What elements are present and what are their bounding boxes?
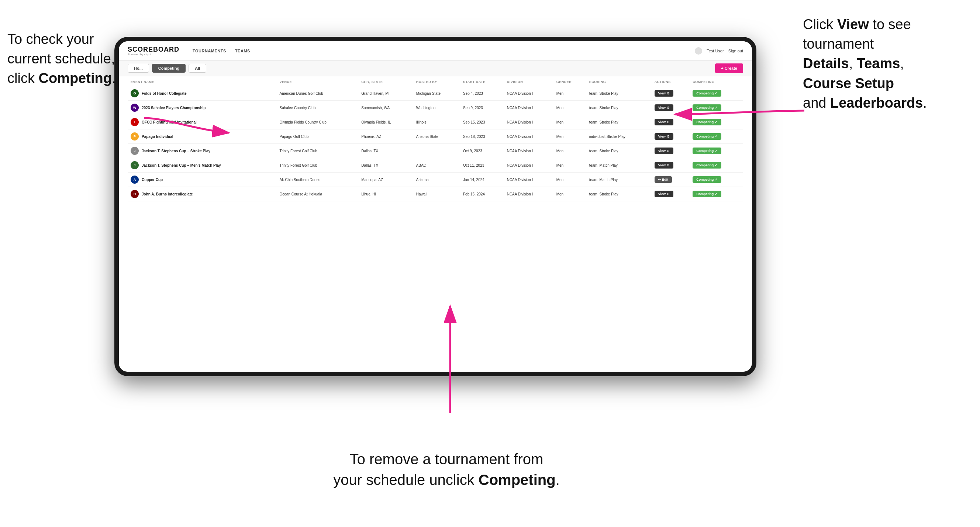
division-cell: NCAA Division I <box>504 101 554 115</box>
edit-button[interactable]: ✏ Edit <box>655 176 672 183</box>
event-name-cell: IOFCC Fighting Illini Invitational <box>128 115 276 129</box>
table-row: IOFCC Fighting Illini InvitationalOlympi… <box>128 115 743 129</box>
venue-cell: Trinity Forest Golf Club <box>276 158 358 173</box>
competing-cell: Competing ✓ <box>690 158 743 173</box>
competing-button[interactable]: Competing ✓ <box>692 90 721 97</box>
actions-cell: View ⊙ <box>652 101 690 115</box>
hosted-by-cell: Arizona <box>413 173 460 187</box>
hosted-by-cell: Hawaii <box>413 187 460 202</box>
competing-button[interactable]: Competing ✓ <box>692 104 721 111</box>
start-date-cell: Sep 4, 2023 <box>460 86 504 101</box>
col-actions: ACTIONS <box>652 76 690 86</box>
competing-button[interactable]: Competing ✓ <box>692 190 721 197</box>
event-name-cell: W2023 Sahalee Players Championship <box>128 101 276 115</box>
view-button[interactable]: View ⊙ <box>655 148 673 154</box>
create-button[interactable]: + Create <box>715 63 743 73</box>
nav-user-area: Test User Sign out <box>695 47 743 55</box>
division-cell: NCAA Division I <box>504 86 554 101</box>
scoring-cell: team, Stroke Play <box>586 144 652 158</box>
col-event-name: EVENT NAME <box>128 76 276 86</box>
city-cell: Lihue, HI <box>358 187 413 202</box>
col-city-state: CITY, STATE <box>358 76 413 86</box>
tab-all[interactable]: All <box>189 64 206 73</box>
scoring-cell: team, Match Play <box>586 173 652 187</box>
competing-cell: Competing ✓ <box>690 129 743 144</box>
event-name: John A. Burns Intercollegiate <box>142 192 193 196</box>
event-name-cell: JJackson T. Stephens Cup – Men's Match P… <box>128 158 276 173</box>
annotation-top-right: Click View to see tournament Details, Te… <box>803 15 973 113</box>
start-date-cell: Oct 9, 2023 <box>460 144 504 158</box>
event-name-cell: ACopper Cup <box>128 173 276 187</box>
division-cell: NCAA Division I <box>504 144 554 158</box>
annotation-top-left: To check your current schedule, click Co… <box>7 30 148 89</box>
user-icon <box>695 47 702 55</box>
gender-cell: Men <box>554 144 586 158</box>
event-name: Jackson T. Stephens Cup – Men's Match Pl… <box>142 163 221 167</box>
scoring-cell: team, Stroke Play <box>586 101 652 115</box>
team-logo: P <box>130 132 139 141</box>
sign-out-link[interactable]: Sign out <box>729 49 743 53</box>
competing-cell: Competing ✓ <box>690 144 743 158</box>
toolbar: Ho... Competing All + Create <box>119 60 752 76</box>
venue-cell: Ak-Chin Southern Dunes <box>276 173 358 187</box>
hosted-by-cell: Washington <box>413 101 460 115</box>
col-gender: GENDER <box>554 76 586 86</box>
view-button[interactable]: View ⊙ <box>655 190 673 197</box>
col-venue: VENUE <box>276 76 358 86</box>
hosted-by-cell: Illinois <box>413 115 460 129</box>
team-logo: H <box>130 190 139 198</box>
competing-button[interactable]: Competing ✓ <box>692 176 721 183</box>
user-label: Test User <box>706 49 724 53</box>
competing-button[interactable]: Competing ✓ <box>692 148 721 154</box>
view-button[interactable]: View ⊙ <box>655 104 673 111</box>
start-date-cell: Feb 15, 2024 <box>460 187 504 202</box>
competing-button[interactable]: Competing ✓ <box>692 119 721 125</box>
division-cell: NCAA Division I <box>504 115 554 129</box>
table-row: JJackson T. Stephens Cup – Stroke PlayTr… <box>128 144 743 158</box>
start-date-cell: Jan 14, 2024 <box>460 173 504 187</box>
team-logo: G <box>130 89 139 97</box>
annotation-bottom: To remove a tournament from your schedul… <box>302 449 590 490</box>
gender-cell: Men <box>554 187 586 202</box>
view-button[interactable]: View ⊙ <box>655 119 673 125</box>
navbar: SCOREBOARD Powered by clippi TOURNAMENTS… <box>119 41 752 60</box>
actions-cell: View ⊙ <box>652 158 690 173</box>
division-cell: NCAA Division I <box>504 187 554 202</box>
view-button[interactable]: View ⊙ <box>655 90 673 97</box>
view-button[interactable]: View ⊙ <box>655 133 673 140</box>
city-cell: Phoenix, AZ <box>358 129 413 144</box>
start-date-cell: Sep 15, 2023 <box>460 115 504 129</box>
venue-cell: American Dunes Golf Club <box>276 86 358 101</box>
tablet-screen: SCOREBOARD Powered by clippi TOURNAMENTS… <box>119 41 752 372</box>
start-date-cell: Sep 9, 2023 <box>460 101 504 115</box>
competing-cell: Competing ✓ <box>690 101 743 115</box>
tournaments-table: EVENT NAME VENUE CITY, STATE HOSTED BY S… <box>128 76 743 202</box>
col-hosted-by: HOSTED BY <box>413 76 460 86</box>
competing-cell: Competing ✓ <box>690 86 743 101</box>
competing-button[interactable]: Competing ✓ <box>692 162 721 168</box>
venue-cell: Sahalee Country Club <box>276 101 358 115</box>
event-name: OFCC Fighting Illini Invitational <box>142 120 197 124</box>
nav-tournaments[interactable]: TOURNAMENTS <box>192 49 226 53</box>
venue-cell: Papago Golf Club <box>276 129 358 144</box>
col-division: DIVISION <box>504 76 554 86</box>
scoring-cell: team, Stroke Play <box>586 187 652 202</box>
nav-teams[interactable]: TEAMS <box>235 49 250 53</box>
table-row: JJackson T. Stephens Cup – Men's Match P… <box>128 158 743 173</box>
venue-cell: Olympia Fields Country Club <box>276 115 358 129</box>
table-row: W2023 Sahalee Players ChampionshipSahale… <box>128 101 743 115</box>
gender-cell: Men <box>554 101 586 115</box>
table-row: GFolds of Honor CollegiateAmerican Dunes… <box>128 86 743 101</box>
start-date-cell: Sep 18, 2023 <box>460 129 504 144</box>
view-button[interactable]: View ⊙ <box>655 162 673 168</box>
event-name: 2023 Sahalee Players Championship <box>142 106 205 110</box>
gender-cell: Men <box>554 129 586 144</box>
competing-button[interactable]: Competing ✓ <box>692 133 721 140</box>
actions-cell: View ⊙ <box>652 144 690 158</box>
event-name-cell: GFolds of Honor Collegiate <box>128 86 276 101</box>
start-date-cell: Oct 11, 2023 <box>460 158 504 173</box>
col-competing: COMPETING <box>690 76 743 86</box>
table-row: HJohn A. Burns IntercollegiateOcean Cour… <box>128 187 743 202</box>
tab-competing[interactable]: Competing <box>152 64 186 73</box>
table-row: ACopper CupAk-Chin Southern DunesMaricop… <box>128 173 743 187</box>
